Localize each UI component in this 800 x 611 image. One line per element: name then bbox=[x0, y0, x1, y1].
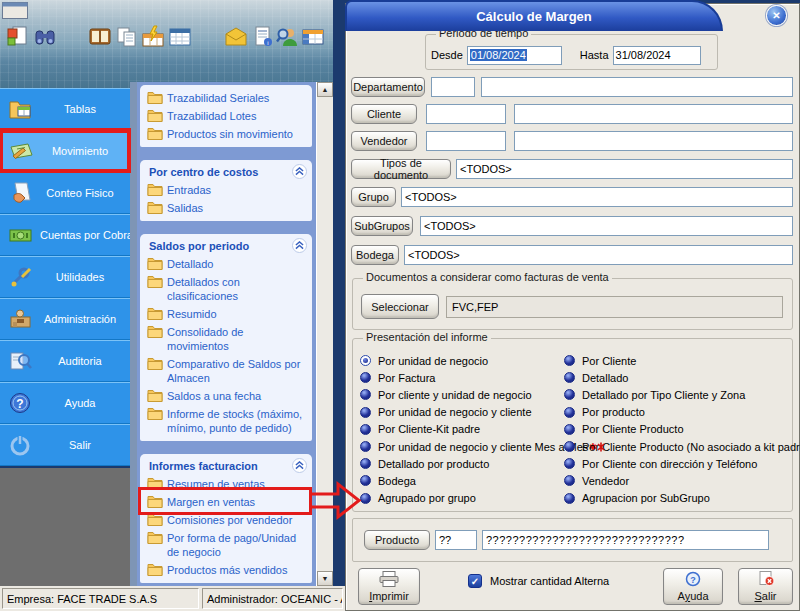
sidebar-item-auditoria[interactable]: Auditoria bbox=[0, 340, 130, 382]
imprimir-button[interactable]: Imprimir bbox=[358, 568, 420, 605]
collapse-chevron-icon[interactable] bbox=[292, 238, 307, 253]
bodega-input-1[interactable] bbox=[404, 245, 793, 265]
radio-unselected-icon[interactable] bbox=[360, 441, 371, 452]
tree-item[interactable]: Detallado bbox=[140, 255, 312, 273]
sidebar-item-cuentas-por-cobrar[interactable]: Cuentas por Cobrar bbox=[0, 214, 130, 256]
vendedor-input-2[interactable] bbox=[514, 131, 793, 151]
report-option[interactable]: Detallado por producto bbox=[360, 455, 597, 472]
bolt-table-icon[interactable] bbox=[139, 23, 166, 50]
report-option[interactable]: Por producto bbox=[564, 404, 800, 421]
tree-item[interactable]: Salidas bbox=[140, 199, 312, 217]
tree-item[interactable]: Productos más vendidos bbox=[140, 561, 312, 579]
report-option[interactable]: Detallado por Tipo Cliente y Zona bbox=[564, 386, 800, 403]
radio-unselected-icon[interactable] bbox=[564, 424, 575, 435]
sidebar-item-ayuda[interactable]: ?Ayuda bbox=[0, 382, 130, 424]
sidebar-item-movimiento[interactable]: Movimiento bbox=[0, 130, 130, 172]
radio-unselected-icon[interactable] bbox=[360, 389, 371, 400]
report-option[interactable]: Por Cliente Producto (No asociado a kit … bbox=[564, 438, 800, 455]
mdi-child-window-icon[interactable] bbox=[2, 2, 28, 23]
producto-button[interactable]: Producto bbox=[364, 530, 430, 550]
scroll-up-icon[interactable] bbox=[317, 82, 333, 97]
radio-unselected-icon[interactable] bbox=[564, 493, 575, 504]
tree-item[interactable]: Comparativo de Saldos por Almacen bbox=[140, 355, 312, 387]
report-option[interactable]: Por Factura bbox=[360, 369, 597, 386]
radio-unselected-icon[interactable] bbox=[564, 355, 575, 366]
seleccionar-button[interactable]: Seleccionar bbox=[361, 294, 439, 319]
report-option[interactable]: Vendedor bbox=[564, 472, 800, 489]
report-option[interactable]: Detallado bbox=[564, 369, 800, 386]
close-icon[interactable] bbox=[766, 5, 787, 26]
desde-input[interactable]: 01/08/2024 bbox=[467, 46, 562, 65]
tree-item[interactable]: Resumen de ventas bbox=[140, 475, 312, 493]
radio-unselected-icon[interactable] bbox=[564, 372, 575, 383]
sidebar-item-administraci-n[interactable]: Administración bbox=[0, 298, 130, 340]
cliente-input-2[interactable] bbox=[514, 104, 793, 124]
hasta-input[interactable]: 31/08/2024 bbox=[613, 46, 701, 65]
sidebar-item-salir[interactable]: Salir bbox=[0, 424, 130, 466]
documentos-value-input[interactable]: FVC,FEP bbox=[446, 296, 783, 318]
user-search-icon[interactable] bbox=[274, 23, 301, 50]
tree-item[interactable]: Trazabilidad Seriales bbox=[140, 89, 312, 107]
report-option[interactable]: Por unidad de negocio y cliente bbox=[360, 404, 597, 421]
producto-desc-input[interactable] bbox=[482, 530, 769, 550]
report-option[interactable]: Por Cliente-Kit padre bbox=[360, 421, 597, 438]
scroll-down-icon[interactable] bbox=[317, 571, 333, 586]
sidebar-item-utilidades[interactable]: Utilidades bbox=[0, 256, 130, 298]
tree-group-header[interactable]: Saldos por periodo bbox=[140, 234, 312, 255]
radio-selected-icon[interactable] bbox=[360, 355, 371, 366]
tree-item[interactable]: Consolidado de movimientos bbox=[140, 323, 312, 355]
tree-item[interactable]: Comisiones por vendedor bbox=[140, 511, 312, 529]
departamento-input-2[interactable] bbox=[481, 77, 793, 97]
form-icon[interactable] bbox=[4, 23, 31, 50]
bodega-button[interactable]: Bodega bbox=[351, 245, 399, 265]
report-option[interactable]: Agrupacion por SubGrupo bbox=[564, 490, 800, 507]
tree-item[interactable]: Productos sin movimiento bbox=[140, 125, 312, 143]
tree-item[interactable]: Por forma de pago/Unidad de negocio bbox=[140, 529, 312, 561]
radio-unselected-icon[interactable] bbox=[360, 372, 371, 383]
grupo-button[interactable]: Grupo bbox=[351, 187, 396, 207]
binoculars-icon[interactable] bbox=[31, 23, 58, 50]
grupo-input-1[interactable] bbox=[401, 187, 793, 207]
tree-scrollbar[interactable] bbox=[316, 82, 333, 586]
vendedor-input-1[interactable] bbox=[426, 131, 506, 151]
report-option[interactable]: Por unidad de negocio bbox=[360, 352, 597, 369]
radio-unselected-icon[interactable] bbox=[564, 389, 575, 400]
radio-unselected-icon[interactable] bbox=[360, 475, 371, 486]
radio-unselected-icon[interactable] bbox=[564, 407, 575, 418]
tree-item[interactable]: Saldos a una fecha bbox=[140, 387, 312, 405]
radio-unselected-icon[interactable] bbox=[360, 493, 371, 504]
copy-icon[interactable] bbox=[113, 23, 140, 50]
table-icon[interactable] bbox=[299, 23, 326, 50]
report-option[interactable]: Por unidad de negocio y cliente Mes a Me… bbox=[360, 438, 597, 455]
sidebar-item-conteo-fisico[interactable]: Conteo Fisico bbox=[0, 172, 130, 214]
radio-unselected-icon[interactable] bbox=[360, 424, 371, 435]
tree-group-header[interactable]: Informes facturacion bbox=[140, 454, 312, 475]
radio-unselected-icon[interactable] bbox=[564, 475, 575, 486]
report-option[interactable]: Por cliente y unidad de negocio bbox=[360, 386, 597, 403]
tree-item[interactable]: Informe de stocks (máximo, mínimo, punto… bbox=[140, 405, 312, 437]
ayuda-button[interactable]: ? Ayuda bbox=[663, 568, 723, 605]
vendedor-button[interactable]: Vendedor bbox=[351, 131, 417, 151]
radio-unselected-icon[interactable] bbox=[564, 458, 575, 469]
departamento-input-1[interactable] bbox=[431, 77, 475, 97]
radio-unselected-icon[interactable] bbox=[360, 458, 371, 469]
calendar-icon[interactable] bbox=[166, 23, 193, 50]
tree-item[interactable]: Trazabilidad Lotes bbox=[140, 107, 312, 125]
mail-icon[interactable] bbox=[222, 23, 249, 50]
subgrupos-button[interactable]: SubGrupos bbox=[351, 216, 413, 236]
book-icon[interactable] bbox=[86, 23, 113, 50]
collapse-chevron-icon[interactable] bbox=[292, 164, 307, 179]
tree-group-header[interactable]: Por centro de costos bbox=[140, 160, 312, 181]
departamento-button[interactable]: Departamento bbox=[351, 77, 425, 97]
report-option[interactable]: Agrupado por grupo bbox=[360, 490, 597, 507]
mostrar-cantidad-checkbox[interactable] bbox=[468, 574, 482, 588]
report-option[interactable]: Bodega bbox=[360, 472, 597, 489]
tree-item[interactable]: Entradas bbox=[140, 181, 312, 199]
cliente-button[interactable]: Cliente bbox=[351, 104, 417, 124]
report-option[interactable]: Por Cliente con dirección y Teléfono bbox=[564, 455, 800, 472]
tree-item[interactable]: Detallados con clasificaciones bbox=[140, 273, 312, 305]
report-option[interactable]: Por Cliente Producto bbox=[564, 421, 800, 438]
salir-button[interactable]: Salir bbox=[738, 568, 793, 605]
sidebar-item-tablas[interactable]: Tablas bbox=[0, 88, 130, 130]
cliente-input-1[interactable] bbox=[426, 104, 506, 124]
